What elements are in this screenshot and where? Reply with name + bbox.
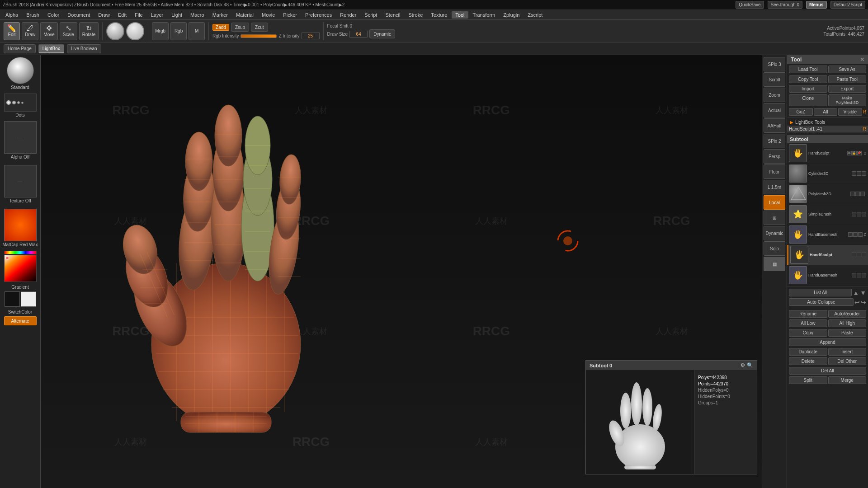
auto-collapse-btn[interactable]: Auto Collapse bbox=[789, 298, 854, 306]
move-button[interactable]: ✥ Move bbox=[40, 22, 57, 40]
eye-btn-hb2[interactable] bbox=[852, 273, 856, 277]
edit-button[interactable]: ✏️ Edit bbox=[4, 22, 20, 40]
paste-sub-btn[interactable]: Paste bbox=[828, 329, 867, 337]
menu-transform[interactable]: Transform bbox=[469, 11, 499, 19]
append-btn[interactable]: Append bbox=[789, 338, 866, 346]
split-btn[interactable]: Split bbox=[789, 376, 827, 384]
black-swatch[interactable] bbox=[5, 291, 20, 307]
lock-btn-cyl[interactable] bbox=[857, 171, 861, 176]
goz-btn[interactable]: GoZ bbox=[789, 108, 813, 116]
tools-label[interactable]: Tools bbox=[815, 120, 825, 125]
r-indicator[interactable]: R bbox=[863, 109, 866, 114]
dynamic-button[interactable]: Dynamic bbox=[369, 29, 395, 38]
texture-off-section[interactable]: — Texture Off bbox=[2, 163, 38, 205]
pin-btn-simple[interactable] bbox=[862, 212, 866, 216]
spix2-btn[interactable]: SPix 2 bbox=[764, 134, 785, 148]
scale-button[interactable]: ⤡ Scale bbox=[60, 22, 77, 40]
menu-render[interactable]: Render bbox=[336, 11, 360, 19]
aahalf-btn[interactable]: AAHalf bbox=[764, 118, 785, 133]
merge-btn[interactable]: Merge bbox=[828, 376, 867, 384]
duplicate-btn[interactable]: Duplicate bbox=[789, 348, 827, 356]
zcut-button[interactable]: Zcut bbox=[251, 23, 268, 32]
subtool-entry-handbasemesh-top[interactable]: 🖐 HandBasemesh Z bbox=[787, 225, 868, 245]
list-all-btn[interactable]: List All bbox=[789, 289, 852, 296]
z-intensity-value[interactable]: 25 bbox=[302, 33, 320, 39]
make-polymesh3d-btn[interactable]: Make PolyMesh3D bbox=[828, 94, 867, 106]
menu-marker[interactable]: Marker bbox=[209, 11, 231, 19]
menu-macro[interactable]: Macro bbox=[187, 11, 208, 19]
paste-tool-btn[interactable]: Paste Tool bbox=[828, 75, 867, 83]
copy-sub-btn[interactable]: Copy bbox=[789, 329, 827, 337]
visible-btn[interactable]: Visible bbox=[838, 108, 862, 116]
menu-script[interactable]: Script bbox=[361, 11, 381, 19]
pin-btn-hb2[interactable] bbox=[862, 273, 866, 277]
lock-btn-1[interactable]: 🔒 bbox=[852, 151, 857, 155]
live-boolean-btn[interactable]: Live Boolean bbox=[67, 44, 101, 53]
delete-btn[interactable]: Delete bbox=[789, 357, 827, 365]
menu-alpha[interactable]: Alpha bbox=[2, 11, 22, 19]
zsub-button[interactable]: Zsub bbox=[231, 23, 249, 32]
handsculpt1-row[interactable]: HandSculpt1 .41 R bbox=[787, 126, 868, 133]
menu-movie[interactable]: Movie bbox=[258, 11, 278, 19]
dots-brush[interactable]: Dots bbox=[2, 94, 38, 117]
grid-btn[interactable]: ⊞ bbox=[764, 211, 785, 225]
lock-btn-simple[interactable] bbox=[857, 212, 861, 216]
material-swatch[interactable] bbox=[4, 209, 37, 241]
actual-btn[interactable]: Actual bbox=[764, 103, 785, 117]
subtool-entry-handsculpt-top[interactable]: 🖐 HandSculpt 👁 🔒 📌 2 bbox=[787, 143, 868, 164]
list-all-arrow-up[interactable]: ▲ bbox=[853, 289, 859, 296]
popup-search-icon[interactable]: 🔍 bbox=[747, 362, 753, 368]
pin-btn-hsa[interactable] bbox=[862, 253, 866, 257]
dynamic-btn[interactable]: Dynamic bbox=[764, 226, 785, 240]
clone-btn[interactable]: Clone bbox=[789, 94, 827, 106]
popup-settings-icon[interactable]: ⚙ bbox=[741, 362, 745, 368]
copy-tool-btn[interactable]: Copy Tool bbox=[789, 75, 827, 83]
quicksave-btn[interactable]: QuickSave bbox=[736, 1, 764, 9]
menus-btn[interactable]: Menus bbox=[806, 1, 827, 9]
local-btn[interactable]: Local bbox=[764, 195, 785, 210]
lock-btn-hb1[interactable] bbox=[853, 232, 858, 237]
pin-btn-poly[interactable] bbox=[860, 192, 865, 196]
menu-file[interactable]: File bbox=[131, 11, 146, 19]
menu-stroke[interactable]: Stroke bbox=[405, 11, 426, 19]
lock-btn-hsa[interactable] bbox=[857, 253, 861, 257]
draw-button[interactable]: 🖊 Draw bbox=[22, 22, 38, 40]
home-page-btn[interactable]: Home Page bbox=[4, 44, 36, 53]
lightbox-arrow[interactable]: ▶ bbox=[790, 120, 793, 125]
menu-layer[interactable]: Layer bbox=[147, 11, 167, 19]
auto-collapse-arrow2[interactable]: ↪ bbox=[861, 299, 866, 306]
floor-btn[interactable]: Floor bbox=[764, 164, 785, 179]
insert-btn[interactable]: Insert bbox=[828, 348, 867, 356]
material-section[interactable]: MatCap Red Wax bbox=[2, 209, 38, 247]
export-btn[interactable]: Export bbox=[828, 85, 867, 93]
all-low-btn[interactable]: All Low bbox=[789, 319, 827, 327]
standard-brush[interactable]: Standard bbox=[2, 57, 38, 90]
viewport[interactable]: RRCG 人人素材 RRCG 人人素材 人人素材 RRCG 人人素材 RRCG … bbox=[41, 55, 762, 488]
menu-document[interactable]: Document bbox=[64, 11, 94, 19]
subtool-entry-simplebrush[interactable]: ⭐ SimpleBrush bbox=[787, 204, 868, 225]
subtool-entry-handbasemesh-bot[interactable]: 🖐 HandBasemesh bbox=[787, 265, 868, 286]
pin-btn-cyl[interactable] bbox=[862, 171, 866, 176]
persp-btn[interactable]: Persp bbox=[764, 149, 785, 164]
color-picker[interactable] bbox=[4, 251, 37, 282]
eye-btn-1[interactable]: 👁 bbox=[847, 151, 852, 155]
subtool-entry-handsculpt-active[interactable]: 🖐 HandSculpt bbox=[787, 245, 868, 265]
eye-btn-hsa[interactable] bbox=[852, 253, 856, 257]
menu-zscript[interactable]: Zscript bbox=[524, 11, 546, 19]
eye-btn-poly[interactable] bbox=[850, 192, 855, 196]
menu-material[interactable]: Material bbox=[232, 11, 257, 19]
menu-stencil[interactable]: Stencil bbox=[382, 11, 404, 19]
alternate-btn[interactable]: Alternate bbox=[4, 316, 37, 325]
lock-btn-hb2[interactable] bbox=[857, 273, 861, 277]
subtool-entry-polymesh[interactable]: PolyMesh3D bbox=[787, 184, 868, 204]
menu-light[interactable]: Light bbox=[168, 11, 186, 19]
del-other-btn[interactable]: Del Other bbox=[828, 357, 867, 365]
autoreorder-btn[interactable]: AutoReorder bbox=[828, 310, 867, 318]
menu-color[interactable]: Color bbox=[44, 11, 63, 19]
rotation-indicator[interactable] bbox=[556, 229, 580, 253]
pin-btn-hb1[interactable] bbox=[858, 232, 863, 237]
subtool-entry-cylinder[interactable]: Cylinder3D bbox=[787, 164, 868, 184]
lightbox-btn[interactable]: LightBox bbox=[38, 44, 64, 53]
lock-btn-poly[interactable] bbox=[855, 192, 860, 196]
auto-collapse-arrow[interactable]: ↩ bbox=[854, 299, 860, 306]
